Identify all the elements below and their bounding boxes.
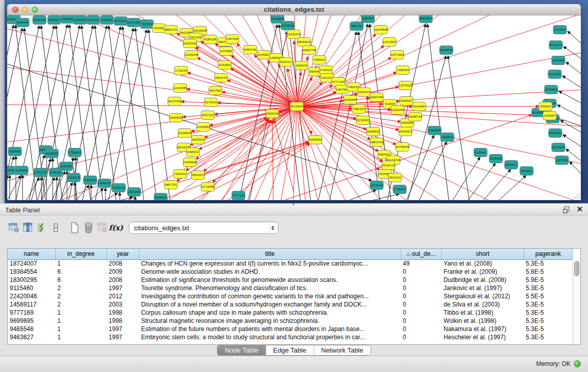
- function-builder-icon[interactable]: f(x): [109, 221, 123, 234]
- table-cell[interactable]: 1: [55, 309, 106, 317]
- table-cell[interactable]: Hescheler et al. (1997): [442, 333, 524, 341]
- table-cell[interactable]: Nakamura et al. (1997): [442, 325, 524, 333]
- tab-node-table[interactable]: Node Table: [217, 345, 266, 355]
- splitter-handle[interactable]: ▲: [291, 201, 296, 206]
- table-cell[interactable]: 5.3E-5: [524, 259, 572, 268]
- table-cell[interactable]: Estimation of significance thresholds fo…: [139, 276, 401, 284]
- table-cell[interactable]: Wolkin et al. (1998): [442, 317, 524, 325]
- table-cell[interactable]: Corpus callosum shape and size in male p…: [139, 309, 401, 317]
- table-cell[interactable]: de Silva et al. (2003): [442, 300, 524, 309]
- table-cell[interactable]: 5.3E-5: [524, 325, 572, 333]
- table-cell[interactable]: 5.3E-5: [524, 300, 572, 309]
- table-cell[interactable]: 2009: [106, 268, 139, 276]
- table-cell[interactable]: 0: [401, 333, 442, 341]
- close-panel-icon[interactable]: ✕: [576, 205, 583, 214]
- table-cell[interactable]: 5.3E-5: [524, 317, 572, 325]
- float-panel-icon[interactable]: [562, 206, 571, 214]
- column-header-pagerank[interactable]: pagerank: [524, 249, 572, 259]
- table-cell[interactable]: Tibbo et al. (1998): [442, 309, 524, 317]
- table-cell[interactable]: Stergiakouli et al. (2012): [442, 292, 524, 300]
- table-row[interactable]: 1456911722003Disruption of a novel membe…: [8, 300, 573, 309]
- table-cell[interactable]: 18300295: [8, 276, 55, 284]
- select-rows-icon[interactable]: [35, 221, 49, 234]
- node-table[interactable]: namein_degreeyeartitle△out_de...shortpag…: [7, 248, 581, 345]
- table-row[interactable]: 946554611997Estimation of the future num…: [8, 325, 573, 333]
- table-cell[interactable]: 19384554: [8, 268, 55, 276]
- scrollbar-thumb[interactable]: [574, 261, 579, 276]
- table-cell[interactable]: 1998: [106, 317, 139, 325]
- table-cell[interactable]: 9115460: [8, 284, 55, 292]
- table-cell[interactable]: 9463627: [8, 333, 55, 341]
- new-table-icon[interactable]: [68, 221, 81, 234]
- table-cell[interactable]: 0: [401, 309, 442, 317]
- table-row[interactable]: 1872400712008Changes of HCN gene express…: [8, 259, 573, 268]
- table-row[interactable]: 969969511998Structural magnetic resonanc…: [8, 317, 573, 325]
- table-cell[interactable]: 1997: [106, 325, 139, 333]
- node-table-grid[interactable]: namein_degreeyeartitle△out_de...shortpag…: [8, 249, 573, 341]
- table-row[interactable]: 911546021997Tourette syndrome. Phenomeno…: [8, 284, 573, 292]
- table-cell[interactable]: 2: [55, 292, 106, 300]
- table-mode-icon[interactable]: [49, 221, 62, 234]
- delete-table-icon[interactable]: [81, 221, 95, 234]
- network-graph[interactable]: 2405572494655463069140694636272506650100…: [7, 15, 581, 200]
- table-cell[interactable]: 0: [401, 268, 442, 276]
- table-row[interactable]: 1830029562008Estimation of significance …: [8, 276, 573, 284]
- table-cell[interactable]: 5.9E-5: [524, 276, 572, 284]
- column-header-name[interactable]: name: [8, 249, 55, 259]
- table-cell[interactable]: 2003: [106, 300, 139, 309]
- table-cell[interactable]: 22420046: [8, 292, 55, 300]
- table-scrollbar[interactable]: [573, 260, 580, 344]
- delete-column-icon[interactable]: [95, 221, 109, 234]
- table-cell[interactable]: Disruption of a novel member of a sodium…: [139, 300, 401, 309]
- table-row[interactable]: 2242004622012Investigating the contribut…: [8, 292, 573, 300]
- table-cell[interactable]: 2: [55, 284, 106, 292]
- table-cell[interactable]: 5.3E-5: [524, 333, 572, 341]
- table-cell[interactable]: 2012: [106, 292, 139, 300]
- table-cell[interactable]: Yano et al. (2008): [442, 259, 524, 268]
- table-cell[interactable]: 9465546: [8, 325, 55, 333]
- table-cell[interactable]: 5.5E-5: [524, 292, 572, 300]
- table-cell[interactable]: Changes of HCN gene expression and I(f) …: [139, 259, 401, 268]
- table-cell[interactable]: 1998: [106, 309, 139, 317]
- tab-network-table[interactable]: Network Table: [314, 345, 371, 355]
- table-cell[interactable]: 9777169: [8, 309, 55, 317]
- table-cell[interactable]: 1997: [106, 284, 139, 292]
- table-cell[interactable]: 0: [401, 284, 442, 292]
- table-source-dropdown[interactable]: citations_edges.txt: [129, 222, 278, 234]
- table-cell[interactable]: Embryonic stem cells: a model to study s…: [139, 333, 401, 341]
- tab-edge-table[interactable]: Edge Table: [266, 345, 314, 355]
- column-header-out_de[interactable]: △out_de...: [401, 249, 442, 259]
- table-cell[interactable]: 6: [55, 268, 106, 276]
- table-cell[interactable]: 5.3E-5: [524, 309, 572, 317]
- table-cell[interactable]: 49: [401, 259, 442, 268]
- table-cell[interactable]: 1997: [106, 333, 139, 341]
- table-cell[interactable]: 2008: [106, 276, 139, 284]
- table-cell[interactable]: 1: [55, 317, 106, 325]
- table-cell[interactable]: 5.3E-5: [524, 284, 572, 292]
- table-row[interactable]: 946362711997Embryonic stem cells: a mode…: [8, 333, 573, 341]
- table-cell[interactable]: 0: [401, 276, 442, 284]
- table-cell[interactable]: 14569117: [8, 300, 55, 309]
- table-cell[interactable]: Franke et al. (2009): [442, 268, 524, 276]
- table-cell[interactable]: Investigating the contribution of common…: [139, 292, 401, 300]
- table-row[interactable]: 977716911998Corpus callosum shape and si…: [8, 309, 573, 317]
- table-cell[interactable]: 6: [55, 276, 106, 284]
- table-cell[interactable]: Estimation of the future numbers of pati…: [139, 325, 401, 333]
- table-cell[interactable]: 1: [55, 325, 106, 333]
- table-cell[interactable]: 9699695: [8, 317, 55, 325]
- table-cell[interactable]: 0: [401, 317, 442, 325]
- table-row[interactable]: 1938455462009Genome-wide association stu…: [8, 268, 573, 276]
- network-canvas[interactable]: 2405572494655463069140694636272506650100…: [7, 15, 581, 200]
- table-cell[interactable]: Genome-wide association studies in ADHD.: [139, 268, 401, 276]
- table-cell[interactable]: 0: [401, 325, 442, 333]
- column-header-title[interactable]: title: [139, 249, 401, 259]
- table-cell[interactable]: 0: [401, 292, 442, 300]
- table-cell[interactable]: 2: [55, 300, 106, 309]
- table-settings-icon[interactable]: [7, 221, 21, 234]
- table-cell[interactable]: 5.6E-5: [524, 268, 572, 276]
- table-columns-icon[interactable]: [21, 221, 35, 234]
- table-cell[interactable]: 2008: [106, 259, 139, 268]
- table-cell[interactable]: Jankovic et al. (1997): [442, 284, 524, 292]
- table-cell[interactable]: Dudbridge et al. (2008): [442, 276, 524, 284]
- table-cell[interactable]: Structural magnetic resonance image aver…: [139, 317, 401, 325]
